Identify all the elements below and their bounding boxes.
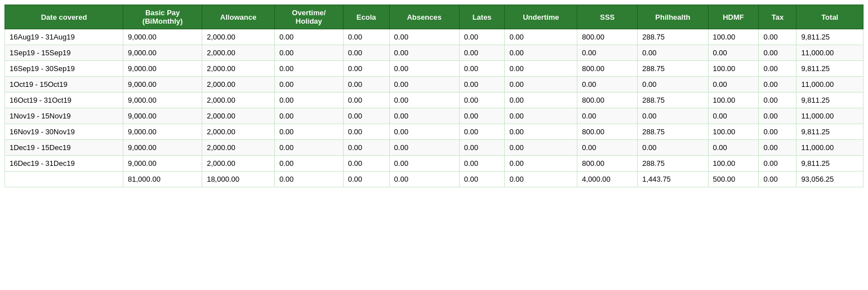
- header-total: Total: [796, 5, 863, 29]
- table-row: 1Nov19 - 15Nov199,000.002,000.000.000.00…: [5, 108, 863, 124]
- table-cell: 9,811.25: [796, 93, 863, 108]
- table-cell: 0.00: [459, 45, 505, 61]
- table-cell: 0.00: [343, 156, 389, 172]
- table-cell: 800.00: [577, 61, 638, 77]
- table-cell: 0.00: [459, 124, 505, 140]
- table-cell: 288.75: [638, 156, 708, 172]
- table-cell: 16Nov19 - 30Nov19: [5, 124, 123, 140]
- payroll-table: Date covered Basic Pay(BiMonthly) Allowa…: [5, 5, 863, 187]
- table-cell: 9,811.25: [796, 61, 863, 77]
- table-cell: 0.00: [505, 140, 577, 156]
- table-cell: 0.00: [389, 93, 459, 108]
- table-row: 1Dec19 - 15Dec199,000.002,000.000.000.00…: [5, 140, 863, 156]
- header-undertime: Undertime: [505, 5, 577, 29]
- header-overtime: Overtime/Holiday: [274, 5, 343, 29]
- table-cell: 2,000.00: [202, 29, 275, 45]
- table-cell: 0.00: [274, 61, 343, 77]
- table-cell: 0.00: [343, 45, 389, 61]
- table-row: 16Aug19 - 31Aug199,000.002,000.000.000.0…: [5, 29, 863, 45]
- table-cell: 0.00: [577, 140, 638, 156]
- table-cell: 2,000.00: [202, 77, 275, 93]
- table-cell: 9,000.00: [123, 108, 202, 124]
- table-cell: 0.00: [759, 29, 796, 45]
- table-cell: 0.00: [708, 77, 759, 93]
- table-cell: 288.75: [638, 124, 708, 140]
- table-cell: 0.00: [389, 29, 459, 45]
- table-cell: 0.00: [459, 29, 505, 45]
- table-cell: 0.00: [638, 45, 708, 61]
- table-cell: 0.00: [343, 77, 389, 93]
- header-allowance: Allowance: [202, 5, 275, 29]
- table-row: 16Nov19 - 30Nov199,000.002,000.000.000.0…: [5, 124, 863, 140]
- table-cell: 800.00: [577, 124, 638, 140]
- table-cell: 0.00: [759, 108, 796, 124]
- total-value-cell: 93,056.25: [796, 172, 863, 187]
- table-cell: 2,000.00: [202, 140, 275, 156]
- total-value-cell: 4,000.00: [577, 172, 638, 187]
- table-cell: 9,811.25: [796, 29, 863, 45]
- table-row: 16Sep19 - 30Sep199,000.002,000.000.000.0…: [5, 61, 863, 77]
- table-cell: 0.00: [343, 61, 389, 77]
- table-row: 1Oct19 - 15Oct199,000.002,000.000.000.00…: [5, 77, 863, 93]
- table-cell: 100.00: [708, 29, 759, 45]
- table-cell: 16Sep19 - 30Sep19: [5, 61, 123, 77]
- table-cell: 0.00: [708, 45, 759, 61]
- table-cell: 0.00: [759, 45, 796, 61]
- table-cell: 9,000.00: [123, 61, 202, 77]
- table-cell: 0.00: [759, 61, 796, 77]
- table-cell: 100.00: [708, 93, 759, 108]
- table-cell: 0.00: [505, 45, 577, 61]
- table-cell: 288.75: [638, 93, 708, 108]
- header-hdmf: HDMF: [708, 5, 759, 29]
- table-cell: 9,000.00: [123, 77, 202, 93]
- table-cell: 9,000.00: [123, 45, 202, 61]
- table-cell: 0.00: [459, 140, 505, 156]
- total-value-cell: 18,000.00: [202, 172, 275, 187]
- table-cell: 100.00: [708, 156, 759, 172]
- table-cell: 0.00: [343, 29, 389, 45]
- total-value-cell: 0.00: [274, 172, 343, 187]
- table-cell: 11,000.00: [796, 45, 863, 61]
- table-cell: 0.00: [577, 45, 638, 61]
- table-cell: 0.00: [505, 29, 577, 45]
- table-cell: 0.00: [459, 93, 505, 108]
- table-cell: 0.00: [274, 29, 343, 45]
- total-value-cell: 0.00: [343, 172, 389, 187]
- table-cell: 2,000.00: [202, 108, 275, 124]
- table-cell: 1Nov19 - 15Nov19: [5, 108, 123, 124]
- table-cell: 800.00: [577, 156, 638, 172]
- table-cell: 0.00: [274, 45, 343, 61]
- table-cell: 0.00: [459, 77, 505, 93]
- table-cell: 0.00: [638, 108, 708, 124]
- table-cell: 0.00: [759, 93, 796, 108]
- table-cell: 0.00: [274, 93, 343, 108]
- table-cell: 0.00: [638, 140, 708, 156]
- table-cell: 0.00: [389, 108, 459, 124]
- table-cell: 0.00: [505, 61, 577, 77]
- table-cell: 2,000.00: [202, 156, 275, 172]
- table-cell: 0.00: [389, 61, 459, 77]
- table-cell: 0.00: [274, 156, 343, 172]
- total-label-cell: Total: [5, 172, 123, 187]
- table-cell: 0.00: [708, 140, 759, 156]
- table-cell: 1Dec19 - 15Dec19: [5, 140, 123, 156]
- table-cell: 0.00: [505, 77, 577, 93]
- table-cell: 2,000.00: [202, 124, 275, 140]
- table-cell: 0.00: [505, 93, 577, 108]
- table-cell: 16Dec19 - 31Dec19: [5, 156, 123, 172]
- table-cell: 0.00: [759, 140, 796, 156]
- table-cell: 0.00: [389, 156, 459, 172]
- table-cell: 800.00: [577, 93, 638, 108]
- total-value-cell: 0.00: [759, 172, 796, 187]
- table-cell: 100.00: [708, 124, 759, 140]
- header-date: Date covered: [5, 5, 123, 29]
- table-header-row: Date covered Basic Pay(BiMonthly) Allowa…: [5, 5, 863, 29]
- total-value-cell: 0.00: [459, 172, 505, 187]
- table-cell: 11,000.00: [796, 77, 863, 93]
- table-cell: 0.00: [274, 124, 343, 140]
- table-cell: 288.75: [638, 29, 708, 45]
- header-lates: Lates: [459, 5, 505, 29]
- table-cell: 0.00: [343, 93, 389, 108]
- table-cell: 11,000.00: [796, 108, 863, 124]
- table-cell: 0.00: [759, 156, 796, 172]
